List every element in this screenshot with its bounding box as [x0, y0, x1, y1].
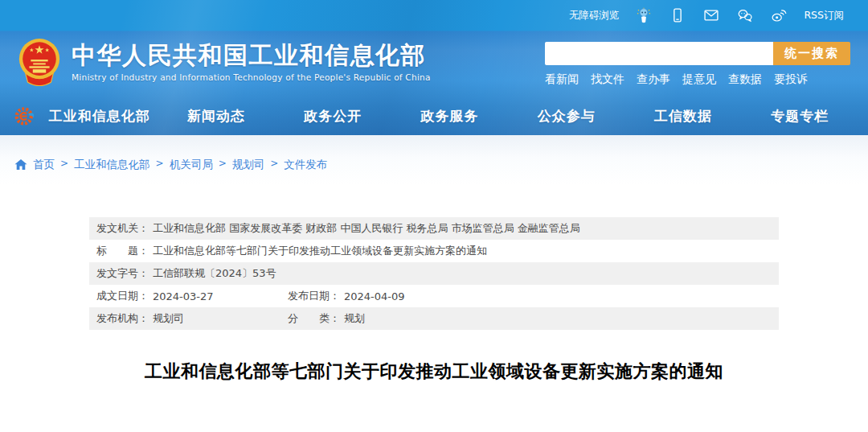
primary-nav: 工业和信息化部新闻动态政务公开政务服务公众参与工信数据专题专栏 — [0, 97, 868, 135]
mail-icon[interactable] — [702, 6, 720, 24]
doc-meta-value: 工业和信息化部 国家发展改革委 财政部 中国人民银行 税务总局 市场监管总局 金… — [153, 221, 580, 236]
national-emblem-icon — [16, 37, 63, 87]
robot-icon[interactable] — [635, 6, 653, 24]
doc-meta-row-0: 发文机关：工业和信息化部 国家发展改革委 财政部 中国人民银行 税务总局 市场监… — [89, 217, 779, 240]
doc-meta-value: 2024-03-27 — [153, 290, 214, 302]
quick-link-1[interactable]: 找文件 — [591, 72, 624, 87]
doc-meta-value: 工业和信息化部等七部门关于印发推动工业领域设备更新实施方案的通知 — [153, 244, 487, 258]
site-header: 无障碍浏览 — [0, 0, 868, 135]
doc-meta-row-1: 标 题：工业和信息化部等七部门关于印发推动工业领域设备更新实施方案的通知 — [89, 240, 779, 262]
breadcrumb-item-1[interactable]: 工业和信息化部 — [74, 158, 150, 172]
miit-gear-logo-icon — [13, 104, 38, 129]
search-area: 统一搜索 看新闻找文件查办事提意见查数据要投诉 — [545, 42, 850, 87]
breadcrumb-item-3[interactable]: 规划司 — [232, 158, 265, 172]
nav-item-1[interactable]: 新闻动态 — [158, 107, 274, 125]
doc-meta-label: 发文字号： — [96, 266, 149, 281]
mobile-icon[interactable] — [669, 6, 686, 24]
site-title: 中华人民共和国工业和信息化部 — [72, 42, 431, 70]
quick-link-2[interactable]: 查办事 — [637, 72, 670, 87]
nav-item-2[interactable]: 政务公开 — [275, 107, 391, 125]
doc-meta-label: 成文日期： — [96, 289, 149, 303]
site-logo[interactable]: 中华人民共和国工业和信息化部 Ministry of Industry and … — [16, 37, 431, 87]
doc-meta-value: 规划 — [344, 311, 365, 326]
breadcrumb-item-4[interactable]: 文件发布 — [284, 158, 327, 172]
rss-link[interactable]: RSS订阅 — [804, 9, 844, 23]
home-icon[interactable] — [14, 158, 27, 171]
quick-link-0[interactable]: 看新闻 — [545, 72, 579, 87]
search-input[interactable] — [545, 42, 773, 65]
breadcrumb-item-0[interactable]: 首页 — [33, 158, 55, 172]
search-button[interactable]: 统一搜索 — [773, 42, 850, 65]
nav-item-0[interactable]: 工业和信息化部 — [41, 107, 158, 125]
nav-item-5[interactable]: 工信数据 — [624, 107, 741, 125]
doc-meta-cell: 发文字号：工信部联规〔2024〕53号 — [96, 266, 276, 281]
accessibility-link[interactable]: 无障碍浏览 — [569, 9, 620, 23]
doc-meta-cell: 发文机关：工业和信息化部 国家发展改革委 财政部 中国人民银行 税务总局 市场监… — [96, 221, 580, 236]
doc-meta-row-4: 发布机构：规划司分 类：规划 — [89, 307, 779, 330]
header-main: 中华人民共和国工业和信息化部 Ministry of Industry and … — [0, 31, 868, 97]
doc-meta-label: 发文机关： — [96, 221, 149, 236]
doc-meta-label: 标 题： — [96, 244, 149, 258]
doc-meta-cell: 标 题：工业和信息化部等七部门关于印发推动工业领域设备更新实施方案的通知 — [96, 244, 487, 258]
quick-links: 看新闻找文件查办事提意见查数据要投诉 — [545, 72, 850, 87]
doc-meta-label: 发布机构： — [96, 311, 149, 326]
doc-meta-cell: 发布日期：2024-04-09 — [288, 289, 405, 303]
doc-meta-value: 2024-04-09 — [344, 290, 405, 302]
quick-link-4[interactable]: 查数据 — [728, 72, 762, 87]
doc-meta-label: 分 类： — [288, 311, 340, 326]
doc-meta-value: 规划司 — [153, 311, 184, 326]
doc-meta-value: 工信部联规〔2024〕53号 — [153, 266, 276, 281]
search-box: 统一搜索 — [545, 42, 850, 65]
topbar: 无障碍浏览 — [0, 0, 868, 31]
doc-meta-cell: 分 类：规划 — [288, 311, 365, 326]
breadcrumb-separator: > — [60, 158, 68, 169]
doc-meta-cell: 成文日期：2024-03-27 — [96, 289, 288, 303]
doc-meta-row-3: 成文日期：2024-03-27发布日期：2024-04-09 — [89, 285, 779, 307]
wechat-icon[interactable] — [736, 6, 754, 24]
breadcrumb-item-2[interactable]: 机关司局 — [170, 158, 213, 172]
brand-text: 中华人民共和国工业和信息化部 Ministry of Industry and … — [72, 42, 431, 83]
breadcrumb-separator: > — [270, 158, 278, 169]
document-title: 工业和信息化部等七部门关于印发推动工业领域设备更新实施方案的通知 — [89, 360, 779, 384]
nav-item-3[interactable]: 政务服务 — [391, 107, 508, 125]
nav-item-6[interactable]: 专题专栏 — [742, 107, 858, 125]
breadcrumb-separator: > — [156, 158, 164, 169]
quick-link-3[interactable]: 提意见 — [682, 72, 716, 87]
doc-meta-row-2: 发文字号：工信部联规〔2024〕53号 — [89, 262, 779, 285]
content-container: 发文机关：工业和信息化部 国家发展改革委 财政部 中国人民银行 税务总局 市场监… — [89, 217, 779, 384]
site-title-en: Ministry of Industry and Information Tec… — [72, 72, 431, 82]
quick-link-5[interactable]: 要投诉 — [774, 72, 808, 87]
doc-meta-table: 发文机关：工业和信息化部 国家发展改革委 财政部 中国人民银行 税务总局 市场监… — [89, 217, 779, 330]
doc-meta-label: 发布日期： — [288, 289, 340, 303]
breadcrumb: 首页>工业和信息化部>机关司局>规划司>文件发布 — [0, 135, 868, 185]
weibo-icon[interactable] — [770, 6, 788, 24]
breadcrumb-separator: > — [219, 158, 227, 169]
doc-meta-cell: 发布机构：规划司 — [96, 311, 288, 326]
nav-item-4[interactable]: 公众参与 — [508, 107, 624, 125]
